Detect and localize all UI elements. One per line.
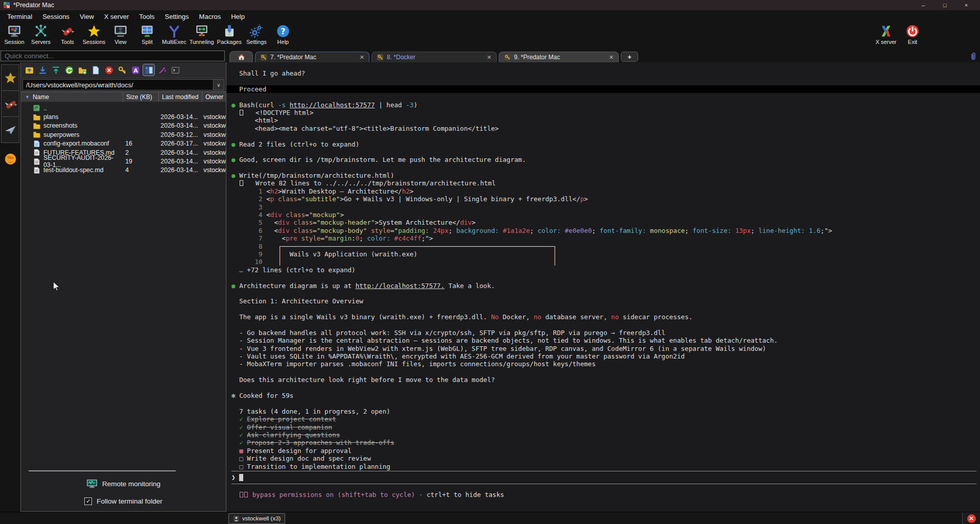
menu-item-view[interactable]: View	[75, 13, 99, 20]
toolbar-view-button[interactable]: View	[107, 23, 134, 45]
toolbar-packages-button[interactable]: Packages	[216, 23, 243, 45]
key-icon[interactable]	[116, 64, 128, 76]
tab-session-8-docker[interactable]: 8. *Docker✕	[371, 52, 497, 62]
menu-item-sessions[interactable]: Sessions	[37, 13, 75, 20]
file-row[interactable]: test-buildout-spec.md42026-03-14...vstoc…	[21, 166, 226, 175]
menu-item-x-server[interactable]: X server	[99, 13, 134, 20]
column-header-modified[interactable]: Last modified	[159, 92, 202, 102]
parent-folder-icon[interactable]	[24, 64, 35, 76]
terminal-line: 8 ┌─────────────────────────────────────…	[231, 243, 980, 250]
terminal-text	[231, 109, 239, 116]
terminal-text: Present design for approval	[247, 447, 352, 455]
tab-close-icon[interactable]: ✕	[605, 54, 614, 61]
file-row[interactable]: screenshots2026-03-14...vstockw	[21, 122, 226, 130]
terminal-text: ●	[231, 172, 236, 179]
remote-monitoring-item[interactable]: Remote monitoring	[21, 478, 226, 490]
terminate-icon[interactable]: ✕	[967, 514, 976, 523]
column-header-owner[interactable]: Owner	[202, 92, 226, 102]
tab-close-icon[interactable]: ✕	[483, 54, 492, 61]
tab-label: 7. *Predator Mac	[270, 54, 353, 61]
upload-icon[interactable]	[50, 64, 61, 76]
tab-session-7-predator-mac[interactable]: 7. *Predator Mac✕	[255, 52, 369, 62]
terminal-line: 7 <pre style="margin:0; color: #c4c4ff;"…	[231, 234, 980, 242]
new-tab-button[interactable]: +	[621, 52, 638, 62]
terminal-line	[231, 93, 980, 101]
terminal-icon[interactable]	[170, 64, 181, 76]
path-dropdown-button[interactable]: ∨	[214, 79, 224, 90]
menu-item-help[interactable]: Help	[226, 13, 250, 20]
terminal-text: style	[301, 234, 321, 242]
toolbar-session-button[interactable]: Session	[1, 23, 28, 45]
file-row[interactable]: SECURITY-AUDIT-2026-03-1...192026-03-14.…	[21, 157, 226, 165]
main-area: A ∨ ▼ Name Size (KB) Last modified Owner…	[0, 62, 980, 512]
file-row[interactable]: ..	[21, 104, 226, 112]
follow-terminal-checkbox[interactable]: ✓	[84, 497, 92, 505]
minimize-button[interactable]: –	[913, 0, 934, 10]
terminal-line	[231, 305, 980, 313]
toolbar-multiexec-button[interactable]: MultiExec	[160, 23, 188, 45]
terminal-text: 7	[231, 234, 266, 242]
toolbar-servers-button[interactable]: Servers	[28, 23, 54, 45]
permissions-icon[interactable]: A	[130, 64, 141, 76]
terminal-input-box[interactable]: ❯	[231, 471, 976, 484]
column-header-size[interactable]: Size (KB)	[123, 92, 159, 102]
terminal-text: color:	[367, 234, 390, 242]
terminal-text: No	[491, 313, 499, 321]
terminal-text: "subtitle"	[301, 195, 340, 203]
toolbar-tunneling-button[interactable]: Tunneling	[188, 23, 216, 45]
terminal-text: Wrote 82 lines to ../../../../tmp/brains…	[255, 179, 496, 187]
terminal-text: ■	[231, 447, 247, 455]
terminal-text: h2	[270, 187, 278, 195]
terminal-line: Wrote 82 lines to ../../../../tmp/brains…	[231, 179, 980, 187]
tray-sessions-star-icon[interactable]	[1, 64, 19, 91]
menu-item-tools[interactable]: Tools	[134, 13, 159, 20]
terminal-line: ■ Present design for approval	[231, 447, 980, 455]
refresh-icon[interactable]	[63, 64, 75, 76]
folder-icon	[33, 114, 40, 121]
menu-item-terminal[interactable]: Terminal	[2, 13, 37, 20]
column-header-name[interactable]: ▼ Name	[21, 92, 123, 102]
menu-item-settings[interactable]: Settings	[160, 13, 194, 20]
toolbar-settings-button[interactable]: Settings	[243, 23, 270, 45]
tab-session-9-predator-mac[interactable]: 9. *Predator Mac✕	[499, 52, 619, 62]
toolbar-help-button[interactable]: ?Help	[270, 23, 296, 45]
file-row[interactable]: plans2026-03-14...vstockw	[21, 112, 226, 121]
toolbar-star-button[interactable]: Sessions	[81, 23, 107, 45]
quick-connect-input[interactable]	[1, 51, 225, 61]
terminal-text: Propose 2-3 approaches with trade-offs	[247, 439, 394, 446]
file-row[interactable]: config-export.mobaconf162026-03-17...vst…	[21, 139, 226, 148]
terminal-line: 10 │ │	[231, 258, 980, 266]
terminal-text: =	[305, 211, 309, 219]
tray-tools-knife-icon[interactable]	[1, 90, 19, 117]
tray-macros-plane-icon[interactable]	[1, 116, 19, 143]
maximize-button[interactable]: □	[934, 0, 955, 10]
tab-home[interactable]	[229, 51, 253, 62]
tab-close-icon[interactable]: ✕	[356, 54, 364, 61]
toolbar-tools-button[interactable]: Tools	[54, 23, 81, 45]
close-button[interactable]: ×	[955, 0, 977, 10]
new-folder-icon[interactable]	[77, 64, 88, 76]
paperclip-icon[interactable]	[969, 52, 977, 61]
file-size: 2	[122, 149, 157, 156]
new-file-icon[interactable]	[90, 64, 101, 76]
file-name-cell: test-buildout-spec.md	[21, 166, 122, 174]
wand-icon[interactable]	[156, 64, 168, 76]
toolbar-split-button[interactable]: Split	[134, 23, 160, 45]
session-status-tab[interactable]: vstockwell (x3)	[228, 513, 285, 524]
terminal-area[interactable]: Shall I go ahead? Proceed ● Bash(curl -s…	[226, 62, 980, 512]
sort-arrow-icon: ▼	[25, 94, 30, 100]
toolbar-exit-button[interactable]: Exit	[899, 23, 926, 45]
download-icon[interactable]	[37, 64, 48, 76]
proceed-option[interactable]: Proceed	[226, 85, 980, 93]
terminal-line	[231, 77, 980, 85]
file-name-cell: screenshots	[21, 122, 122, 129]
path-input[interactable]	[22, 79, 214, 90]
toolbar-xserver-button[interactable]: X server	[873, 23, 899, 45]
file-owner: vstockw	[200, 131, 226, 138]
dual-pane-icon[interactable]	[143, 64, 154, 76]
file-row[interactable]: superpowers2026-03-12...vstockw	[21, 130, 226, 139]
tray-globe-icon[interactable]	[4, 152, 17, 168]
terminal-text: "mockup"	[309, 211, 340, 219]
delete-icon[interactable]	[103, 64, 114, 76]
menu-item-macros[interactable]: Macros	[194, 13, 226, 20]
